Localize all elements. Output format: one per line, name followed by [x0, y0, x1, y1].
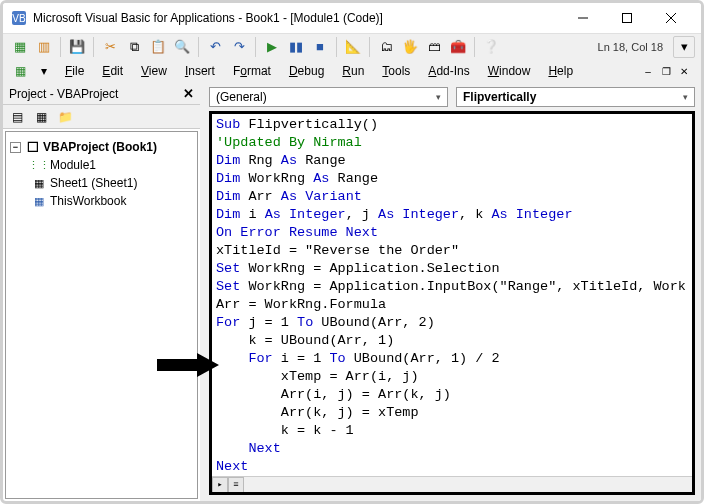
workbook-icon: ▦ — [32, 194, 46, 208]
tree-item-workbook[interactable]: ▦ ThisWorkbook — [10, 192, 193, 210]
tree-root-label: VBAProject (Book1) — [43, 140, 157, 154]
properties-icon[interactable]: 🖐 — [399, 36, 421, 58]
mdi-minimize-button[interactable]: – — [641, 64, 655, 78]
menu-debug[interactable]: Debug — [281, 62, 332, 80]
insert-module-icon[interactable]: ▥ — [33, 36, 55, 58]
menu-file[interactable]: File — [57, 62, 92, 80]
procedure-dropdown[interactable]: Flipvertically ▾ — [456, 87, 695, 107]
excel-switch-icon[interactable]: ▦ — [9, 60, 31, 82]
menu-addins[interactable]: Add-Ins — [420, 62, 477, 80]
menu-window[interactable]: Window — [480, 62, 539, 80]
project-explorer-toolbar: ▤ ▦ 📁 — [3, 105, 200, 129]
svg-rect-3 — [623, 14, 632, 23]
tree-item-label: ThisWorkbook — [50, 194, 126, 208]
save-icon[interactable]: 💾 — [66, 36, 88, 58]
project-explorer-close-icon[interactable]: ✕ — [183, 86, 194, 101]
cut-icon[interactable]: ✂ — [99, 36, 121, 58]
tree-item-label: Module1 — [50, 158, 96, 172]
help-icon[interactable]: ❔ — [480, 36, 502, 58]
menubar: ▦ ▾ File Edit View Insert Format Debug R… — [3, 59, 701, 83]
design-mode-icon[interactable]: 📐 — [342, 36, 364, 58]
project-explorer: Project - VBAProject ✕ ▤ ▦ 📁 − 🞎 VBAProj… — [3, 83, 203, 501]
find-icon[interactable]: 🔍 — [171, 36, 193, 58]
object-browser-icon[interactable]: 🗃 — [423, 36, 445, 58]
toolbox-icon[interactable]: 🧰 — [447, 36, 469, 58]
close-button[interactable] — [649, 4, 693, 32]
chevron-down-icon: ▾ — [436, 92, 441, 102]
view-object-icon[interactable]: ▦ — [31, 107, 51, 127]
project-explorer-icon[interactable]: 🗂 — [375, 36, 397, 58]
project-icon: 🞎 — [25, 140, 39, 154]
procedure-dropdown-value: Flipvertically — [463, 90, 536, 104]
chevron-down-icon: ▾ — [683, 92, 688, 102]
excel-icon[interactable]: ▦ — [9, 36, 31, 58]
mdi-close-button[interactable]: ✕ — [677, 64, 691, 78]
sheet-icon: ▦ — [32, 176, 46, 190]
run-icon[interactable]: ▶ — [261, 36, 283, 58]
copy-icon[interactable]: ⧉ — [123, 36, 145, 58]
reset-icon[interactable]: ■ — [309, 36, 331, 58]
code-view-toggles: ▸ ≡ — [212, 476, 692, 492]
toolbar-overflow-icon[interactable]: ▾ — [673, 36, 695, 58]
code-panel: (General) ▾ Flipvertically ▾ Sub Flipver… — [203, 83, 701, 501]
paste-icon[interactable]: 📋 — [147, 36, 169, 58]
tree-item-label: Sheet1 (Sheet1) — [50, 176, 137, 190]
menu-overflow-icon[interactable]: ▾ — [33, 60, 55, 82]
menu-help[interactable]: Help — [540, 62, 581, 80]
project-explorer-header: Project - VBAProject ✕ — [3, 83, 200, 105]
module-icon: ⋮⋮ — [32, 158, 46, 172]
project-explorer-title: Project - VBAProject — [9, 87, 118, 101]
toggle-folders-icon[interactable]: 📁 — [55, 107, 75, 127]
menu-view[interactable]: View — [133, 62, 175, 80]
maximize-button[interactable] — [605, 4, 649, 32]
vba-app-icon: VB — [11, 10, 27, 26]
svg-text:VB: VB — [12, 13, 26, 24]
full-module-view-icon[interactable]: ≡ — [228, 477, 244, 493]
menu-insert[interactable]: Insert — [177, 62, 223, 80]
object-dropdown[interactable]: (General) ▾ — [209, 87, 448, 107]
svg-marker-6 — [157, 353, 219, 377]
view-code-icon[interactable]: ▤ — [7, 107, 27, 127]
annotation-arrow — [157, 353, 219, 377]
mdi-restore-button[interactable]: ❐ — [659, 64, 673, 78]
tree-item-module[interactable]: ⋮⋮ Module1 — [10, 156, 193, 174]
code-editor[interactable]: Sub Flipvertically() 'Updated By Nirmal … — [209, 111, 695, 495]
titlebar: VB Microsoft Visual Basic for Applicatio… — [3, 3, 701, 33]
redo-icon[interactable]: ↷ — [228, 36, 250, 58]
window-title: Microsoft Visual Basic for Applications … — [33, 11, 561, 25]
minimize-button[interactable] — [561, 4, 605, 32]
menu-tools[interactable]: Tools — [374, 62, 418, 80]
procedure-view-icon[interactable]: ▸ — [212, 477, 228, 493]
tree-project-root[interactable]: − 🞎 VBAProject (Book1) — [10, 138, 193, 156]
menu-format[interactable]: Format — [225, 62, 279, 80]
menu-run[interactable]: Run — [334, 62, 372, 80]
object-dropdown-value: (General) — [216, 90, 267, 104]
menu-edit[interactable]: Edit — [94, 62, 131, 80]
project-tree[interactable]: − 🞎 VBAProject (Book1) ⋮⋮ Module1 ▦ Shee… — [5, 131, 198, 499]
cursor-position: Ln 18, Col 18 — [590, 41, 671, 53]
expand-collapse-icon[interactable]: − — [10, 142, 21, 153]
tree-item-sheet[interactable]: ▦ Sheet1 (Sheet1) — [10, 174, 193, 192]
undo-icon[interactable]: ↶ — [204, 36, 226, 58]
standard-toolbar: ▦ ▥ 💾 ✂ ⧉ 📋 🔍 ↶ ↷ ▶ ▮▮ ■ 📐 🗂 🖐 🗃 🧰 ❔ Ln … — [3, 33, 701, 59]
break-icon[interactable]: ▮▮ — [285, 36, 307, 58]
